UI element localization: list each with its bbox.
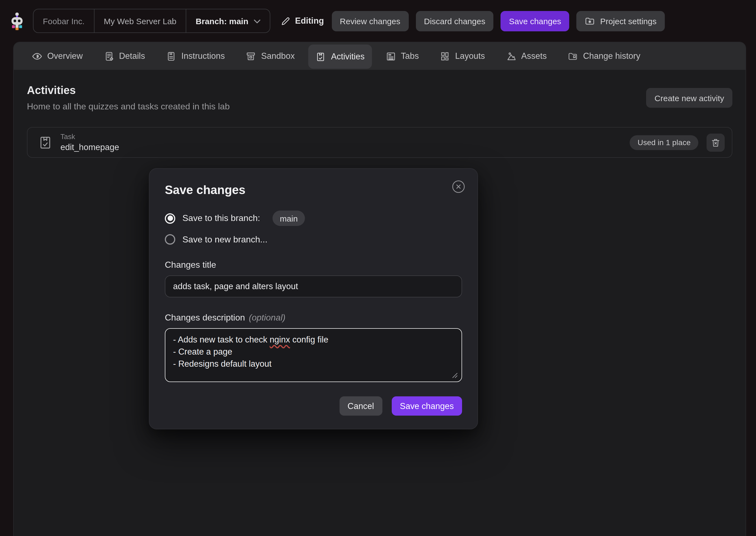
activities-header: Activities Home to all the quizzes and t… xyxy=(27,84,732,112)
dialog-actions: Cancel Save changes xyxy=(165,396,462,416)
eye-icon xyxy=(32,51,42,61)
breadcrumb-org[interactable]: Foobar Inc. xyxy=(34,9,94,32)
changes-description-label-text: Changes description xyxy=(165,313,245,323)
tab-label: Activities xyxy=(331,52,364,62)
discard-changes-button[interactable]: Discard changes xyxy=(416,11,493,31)
layout-grid-icon xyxy=(440,51,450,61)
document-gear-icon xyxy=(104,51,114,61)
tab-instructions[interactable]: Instructions xyxy=(159,42,232,70)
branch-dropdown[interactable]: Branch: main xyxy=(186,9,270,32)
tab-label: Layouts xyxy=(455,51,485,61)
cancel-button[interactable]: Cancel xyxy=(339,396,382,416)
clipboard-check-icon xyxy=(316,51,326,62)
close-dialog-button[interactable] xyxy=(451,179,466,194)
tab-sandbox[interactable]: Sandbox xyxy=(239,42,302,70)
create-new-activity-button[interactable]: Create new activity xyxy=(646,88,732,108)
tab-label: Assets xyxy=(521,51,547,61)
clipboard-check-icon xyxy=(38,135,53,150)
page-subtitle: Home to all the quizzes and tasks create… xyxy=(27,102,230,112)
changes-description-label: Changes description (optional) xyxy=(165,313,462,323)
image-mountain-icon xyxy=(506,51,516,61)
activity-meta: Task edit_homepage xyxy=(60,132,119,152)
tab-tabs[interactable]: Tabs xyxy=(378,42,426,70)
tab-label: Change history xyxy=(583,51,640,61)
activity-item-actions: Used in 1 place xyxy=(630,133,725,151)
delete-activity-button[interactable] xyxy=(707,133,725,151)
activities-panel: Activities Home to all the quizzes and t… xyxy=(14,70,745,172)
tab-assets[interactable]: Assets xyxy=(499,42,554,70)
description-line: - Adds new task to check nginx config fi… xyxy=(173,334,454,346)
folder-gear-icon xyxy=(585,16,595,26)
tab-activities[interactable]: Activities xyxy=(308,45,372,69)
optional-hint: (optional) xyxy=(249,313,285,323)
project-settings-label: Project settings xyxy=(600,16,657,25)
branch-label: Branch: main xyxy=(196,16,248,25)
changes-title-label: Changes title xyxy=(165,260,462,270)
dialog-title: Save changes xyxy=(165,183,462,197)
activity-type-label: Task xyxy=(60,132,119,141)
save-changes-dialog: Save changes Save to this branch: main S… xyxy=(149,168,478,429)
confirm-save-changes-button[interactable]: Save changes xyxy=(392,396,462,416)
radio-unselected-icon xyxy=(165,234,175,245)
tab-change-history[interactable]: Change history xyxy=(560,42,647,70)
breadcrumb: Foobar Inc. My Web Server Lab Branch: ma… xyxy=(33,9,270,33)
archive-box-icon xyxy=(246,51,256,61)
editing-mode-indicator: Editing xyxy=(281,16,324,26)
circle-x-icon xyxy=(451,179,466,194)
usage-badge: Used in 1 place xyxy=(630,135,698,150)
tab-layouts[interactable]: Layouts xyxy=(433,42,492,70)
tab-label: Tabs xyxy=(401,51,419,61)
mode-label: Editing xyxy=(295,16,324,26)
document-bookmark-icon xyxy=(166,51,176,61)
tab-label: Instructions xyxy=(181,51,225,61)
branch-radio-group: Save to this branch: main Save to new br… xyxy=(165,211,462,245)
changes-title-input[interactable] xyxy=(165,275,462,297)
tab-label: Sandbox xyxy=(261,51,295,61)
table-rows-icon xyxy=(385,51,396,61)
tab-overview[interactable]: Overview xyxy=(25,42,90,70)
top-bar: Foobar Inc. My Web Server Lab Branch: ma… xyxy=(0,0,756,42)
project-settings-button[interactable]: Project settings xyxy=(577,11,665,31)
topbar-actions: Review changes Discard changes Save chan… xyxy=(331,11,665,31)
app-root: Foobar Inc. My Web Server Lab Branch: ma… xyxy=(0,0,756,536)
resize-grip-icon[interactable] xyxy=(452,373,458,378)
robot-logo-icon xyxy=(8,12,26,30)
tab-details[interactable]: Details xyxy=(96,42,152,70)
page-title: Activities xyxy=(27,84,230,97)
branch-name-badge: main xyxy=(273,211,305,226)
activity-list-item[interactable]: Task edit_homepage Used in 1 place xyxy=(27,127,732,158)
activity-name: edit_homepage xyxy=(60,142,119,152)
breadcrumb-project[interactable]: My Web Server Lab xyxy=(94,9,187,32)
tab-bar: Overview Details xyxy=(14,42,745,70)
trash-x-icon xyxy=(710,137,721,148)
pencil-icon xyxy=(281,16,290,25)
changes-description-textarea[interactable]: - Adds new task to check nginx config fi… xyxy=(165,328,462,382)
tab-label: Details xyxy=(119,51,145,61)
radio-label: Save to this branch: xyxy=(182,213,260,223)
activities-heading-block: Activities Home to all the quizzes and t… xyxy=(27,84,230,112)
review-changes-button[interactable]: Review changes xyxy=(331,11,408,31)
misspelled-word: nginx xyxy=(270,335,290,344)
description-line: - Create a page xyxy=(173,346,454,358)
radio-selected-icon xyxy=(165,213,175,223)
tab-label: Overview xyxy=(47,51,83,61)
changes-title-label-text: Changes title xyxy=(165,260,216,270)
radio-save-this-branch[interactable]: Save to this branch: main xyxy=(165,211,462,226)
description-line: - Redesigns default layout xyxy=(173,358,454,370)
radio-save-new-branch[interactable]: Save to new branch... xyxy=(165,234,462,245)
chevron-down-icon xyxy=(254,19,261,24)
save-changes-button[interactable]: Save changes xyxy=(501,11,569,31)
radio-label: Save to new branch... xyxy=(182,234,268,244)
folder-bookmark-icon xyxy=(568,51,578,61)
